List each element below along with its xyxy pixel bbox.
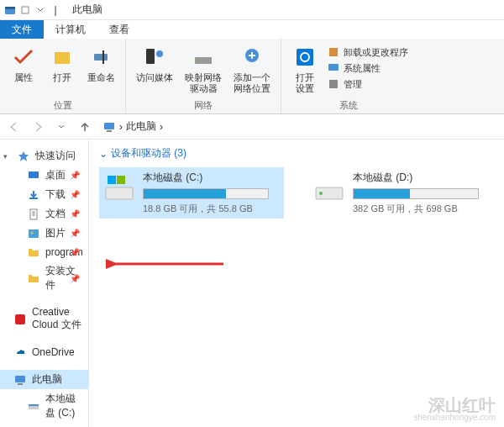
system-props-button[interactable]: 系统属性 — [327, 61, 408, 75]
body-area: ▾ 快速访问 桌面 📌 下载 📌 文档 📌 图片 📌 program 📌 — [0, 140, 504, 427]
sidebar-downloads[interactable]: 下载 📌 — [0, 185, 88, 204]
section-header[interactable]: ⌄ 设备和驱动器 (3) — [99, 146, 494, 161]
sidebar-disk-c[interactable]: 本地磁盘 (C:) — [0, 389, 88, 423]
pc-icon — [102, 120, 116, 134]
svg-rect-34 — [108, 176, 116, 184]
svg-rect-1 — [5, 7, 15, 9]
svg-point-21 — [31, 231, 34, 234]
tab-view[interactable]: 查看 — [97, 20, 141, 39]
svg-rect-17 — [107, 130, 112, 132]
tab-file[interactable]: 文件 — [0, 20, 44, 39]
sidebar-program[interactable]: program 📌 — [0, 243, 88, 261]
svg-rect-15 — [329, 80, 338, 88]
svg-rect-16 — [104, 123, 114, 129]
ribbon: 属性 打开 重命名 位置 访问媒体 映射网络 驱动器 — [0, 39, 504, 114]
bc-sep: › — [119, 121, 123, 133]
svg-rect-22 — [15, 314, 25, 324]
sidebar-documents[interactable]: 文档 📌 — [0, 204, 88, 224]
up-button[interactable] — [76, 118, 94, 136]
star-icon — [17, 150, 30, 163]
qat-dropdown[interactable] — [34, 3, 47, 17]
document-icon — [27, 208, 40, 221]
sidebar-desktop[interactable]: 桌面 📌 — [0, 166, 88, 185]
bc-sep: › — [160, 121, 163, 133]
drive-item-c[interactable]: 本地磁盘 (C:) 18.8 GB 可用，共 55.8 GB — [99, 167, 284, 219]
manage-button[interactable]: 管理 — [327, 77, 408, 91]
folder-icon — [27, 245, 40, 259]
svg-rect-4 — [94, 54, 108, 61]
drive-icon — [312, 171, 346, 204]
cloud-icon — [13, 345, 27, 359]
qat-item[interactable] — [18, 3, 32, 17]
bc-item[interactable]: 此电脑 — [126, 119, 156, 134]
recent-dropdown[interactable] — [52, 118, 71, 136]
sidebar-quick-access[interactable]: ▾ 快速访问 — [0, 146, 88, 166]
quick-access-toolbar: | — [3, 3, 62, 17]
sidebar-disk-d[interactable]: 本地磁盘 (D:) — [0, 423, 88, 427]
rename-icon — [88, 44, 115, 71]
svg-rect-26 — [29, 404, 39, 406]
download-icon — [27, 188, 40, 202]
pin-icon: 📌 — [70, 190, 80, 199]
uninstall-icon — [327, 45, 340, 59]
picture-icon — [27, 227, 40, 240]
svg-rect-6 — [146, 49, 155, 64]
drive-name: 本地磁盘 (C:) — [143, 171, 281, 185]
drives-list: 本地磁盘 (C:) 18.8 GB 可用，共 55.8 GB 本地磁盘 (D:)… — [99, 167, 494, 219]
svg-rect-5 — [102, 50, 104, 64]
breadcrumb[interactable]: › 此电脑 › — [99, 119, 499, 134]
drive-item-d[interactable]: 本地磁盘 (D:) 382 GB 可用，共 698 GB — [309, 167, 494, 219]
checkmark-icon — [10, 44, 37, 71]
content-area: ⌄ 设备和驱动器 (3) 本地磁盘 (C:) 18.8 GB 可用，共 55.8… — [89, 140, 504, 427]
rename-button[interactable]: 重命名 — [84, 42, 118, 98]
add-network-icon — [239, 44, 265, 71]
monitor-icon — [327, 61, 340, 75]
title-bar: | 此电脑 — [0, 0, 504, 20]
drive-status: 382 GB 可用，共 698 GB — [353, 203, 491, 215]
forward-button[interactable] — [29, 118, 47, 136]
pin-icon: 📌 — [70, 229, 80, 238]
svg-rect-11 — [297, 49, 313, 66]
svg-rect-14 — [328, 64, 339, 71]
group-label: 系统 — [288, 99, 408, 112]
svg-rect-33 — [106, 187, 133, 199]
sidebar-install[interactable]: 安装文件 📌 — [0, 261, 88, 295]
svg-rect-2 — [22, 7, 29, 13]
map-drive-button[interactable]: 映射网络 驱动器 — [181, 42, 225, 98]
svg-rect-35 — [117, 176, 125, 184]
properties-button[interactable]: 属性 — [7, 42, 40, 98]
chevron-down-icon: ⌄ — [99, 148, 108, 160]
drive-name: 本地磁盘 (D:) — [353, 171, 491, 185]
chevron-icon[interactable]: ▾ — [3, 152, 12, 161]
svg-point-9 — [197, 60, 200, 62]
sidebar-creative-cloud[interactable]: Creative Cloud 文件 — [0, 303, 88, 335]
sidebar: ▾ 快速访问 桌面 📌 下载 📌 文档 📌 图片 📌 program 📌 — [0, 140, 89, 427]
open-button[interactable]: 打开 — [45, 42, 79, 98]
drive-usage-bar — [353, 188, 479, 199]
drive-icon — [102, 171, 136, 204]
media-icon — [141, 44, 168, 71]
app-icon — [3, 3, 17, 17]
ribbon-tabs: 文件 计算机 查看 — [0, 20, 504, 39]
svg-rect-3 — [55, 52, 70, 64]
open-icon — [49, 44, 76, 71]
drive-network-icon — [190, 44, 217, 71]
pin-icon: 📌 — [70, 171, 80, 180]
gear-icon — [291, 44, 318, 71]
access-media-button[interactable]: 访问媒体 — [133, 42, 176, 98]
back-button[interactable] — [5, 118, 24, 136]
qat-sep: | — [49, 3, 62, 17]
ribbon-group-location: 属性 打开 重命名 位置 — [0, 39, 126, 113]
pc-icon — [13, 373, 27, 387]
uninstall-button[interactable]: 卸载或更改程序 — [327, 45, 408, 59]
sidebar-onedrive[interactable]: OneDrive — [0, 343, 88, 361]
nav-bar: › 此电脑 › — [0, 114, 504, 140]
folder-icon — [27, 271, 40, 285]
svg-rect-18 — [29, 171, 39, 178]
annotation-arrow — [106, 256, 232, 272]
sidebar-this-pc[interactable]: 此电脑 — [0, 370, 88, 389]
sidebar-pictures[interactable]: 图片 📌 — [0, 224, 88, 243]
add-location-button[interactable]: 添加一个 网络位置 — [230, 42, 274, 98]
tab-computer[interactable]: 计算机 — [44, 20, 97, 39]
open-settings-button[interactable]: 打开 设置 — [288, 42, 322, 98]
